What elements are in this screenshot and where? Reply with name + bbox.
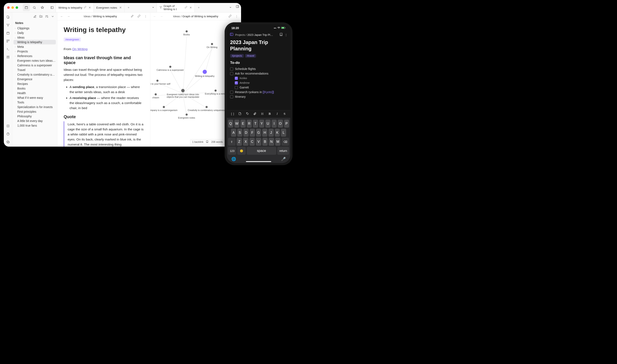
graph-node[interactable]: Everything is a remix <box>205 90 226 95</box>
todo-item[interactable]: Garrett <box>230 85 287 90</box>
file-row[interactable]: Tools <box>12 100 57 105</box>
nav-back-icon[interactable]: ← <box>59 15 64 18</box>
file-row[interactable]: Travel <box>12 68 57 72</box>
todo-item[interactable]: Ask for recommendations <box>230 71 287 76</box>
folder-row[interactable]: ⌄Ideas <box>12 35 57 40</box>
file-row[interactable]: 1,000 true fans <box>12 123 57 128</box>
key-u[interactable]: U <box>265 120 271 128</box>
canvas-icon[interactable] <box>5 38 11 44</box>
heading-button[interactable]: H <box>260 112 265 116</box>
nav-forward-icon[interactable]: → <box>66 15 71 18</box>
key-w[interactable]: W <box>234 120 240 128</box>
breadcrumb[interactable]: Ideas / Graph of Writing is telepathy <box>166 15 225 18</box>
key-m[interactable]: M <box>275 138 281 146</box>
key-l[interactable]: L <box>281 129 286 137</box>
backspace-key[interactable]: ⌫ <box>282 138 289 146</box>
return-key[interactable]: return <box>277 147 289 155</box>
file-row[interactable]: Creativity is combinatory u… <box>12 72 57 77</box>
key-j[interactable]: J <box>268 129 274 137</box>
key-i[interactable]: I <box>272 120 277 128</box>
key-f[interactable]: F <box>250 129 255 137</box>
close-window-button[interactable] <box>7 6 10 9</box>
graph-node[interactable]: Writing is telepathy <box>195 70 214 77</box>
folder-row[interactable]: ›Meta <box>12 44 57 49</box>
key-s[interactable]: S <box>237 129 243 137</box>
home-indicator[interactable] <box>246 161 271 162</box>
file-row[interactable]: A little bit every day <box>12 119 57 123</box>
checkbox[interactable] <box>235 81 238 84</box>
more-icon[interactable]: ⋮ <box>143 15 148 18</box>
graph-node[interactable]: Calmness is a superpower <box>157 66 184 71</box>
folder-row[interactable]: ›Clippings <box>12 26 57 31</box>
key-a[interactable]: A <box>231 129 236 137</box>
internal-link[interactable]: [[Kyoto]] <box>263 90 274 94</box>
key-h[interactable]: H <box>262 129 267 137</box>
vault-icon[interactable] <box>23 4 30 11</box>
key-d[interactable]: D <box>243 129 249 137</box>
folder-row[interactable]: ›References <box>12 54 57 58</box>
folder-row[interactable]: ›Daily <box>12 31 57 35</box>
new-tab-button[interactable]: ＋ <box>195 3 203 12</box>
new-tab-button[interactable]: ＋ <box>125 3 132 12</box>
right-sidebar-toggle-icon[interactable] <box>234 3 241 10</box>
key-o[interactable]: O <box>278 120 283 128</box>
left-sidebar-toggle-icon[interactable] <box>49 4 56 11</box>
tag[interactable]: #travel <box>245 54 256 58</box>
tab-dropdown-icon[interactable]: ⌄ <box>149 3 157 10</box>
backlinks-count[interactable]: 1 backlink <box>192 141 203 143</box>
left-sidebar-toggle-icon[interactable] <box>230 32 234 37</box>
bold-button[interactable]: B <box>267 112 273 116</box>
todo-item[interactable]: Research ryokans in [[Kyoto]] <box>230 90 287 94</box>
document-body[interactable]: Writing is telepathy #evergreen From On … <box>57 20 150 147</box>
quick-switcher-icon[interactable] <box>5 14 11 20</box>
tab-dropdown-icon[interactable]: ⌄ <box>227 3 234 10</box>
close-tab-icon[interactable]: ✕ <box>89 6 91 9</box>
settings-icon[interactable] <box>5 139 11 145</box>
more-icon[interactable]: ⋮ <box>285 33 288 37</box>
attachment-icon[interactable] <box>252 112 258 116</box>
key-p[interactable]: P <box>284 120 289 128</box>
graph-node[interactable]: On Writing <box>207 43 217 49</box>
graph-node[interactable]: mpany is a superorganism <box>150 106 177 111</box>
search-icon[interactable] <box>31 4 38 11</box>
graph-node[interactable]: Evergreen notes <box>178 114 195 119</box>
file-row[interactable]: Health <box>12 91 57 95</box>
todo-item[interactable]: Itinerary <box>230 94 287 99</box>
edit-mode-icon[interactable] <box>130 14 134 18</box>
word-count[interactable]: 206 words <box>211 141 223 143</box>
checkbox[interactable] <box>235 86 238 89</box>
key-k[interactable]: K <box>275 129 280 137</box>
file-row[interactable]: Books <box>12 86 57 91</box>
link-pane-icon[interactable] <box>137 14 141 18</box>
file-icon[interactable] <box>237 112 243 116</box>
graph-node[interactable]: chasm <box>152 93 159 99</box>
key-r[interactable]: R <box>247 120 252 128</box>
file-row[interactable]: Calmness is a superpower <box>12 63 57 68</box>
help-icon[interactable] <box>5 131 11 137</box>
key-n[interactable]: N <box>269 138 274 146</box>
graph-node[interactable]: Creativity is combinatory uniqueness <box>188 106 225 111</box>
collapse-icon[interactable] <box>50 14 55 19</box>
graph-node[interactable]: Books <box>183 30 190 36</box>
checkbox[interactable] <box>230 72 233 75</box>
italic-button[interactable]: I <box>274 112 280 116</box>
breadcrumb[interactable]: Ideas / Writing is telepathy <box>73 15 128 18</box>
key-v[interactable]: V <box>256 138 261 146</box>
space-key[interactable]: space <box>247 147 276 155</box>
calendar-icon[interactable] <box>5 30 11 36</box>
key-y[interactable]: Y <box>259 120 264 128</box>
checkbox[interactable] <box>230 91 233 94</box>
todo-item[interactable]: Keiko <box>230 76 287 80</box>
tag[interactable]: #evergreen <box>64 38 81 41</box>
file-row[interactable]: First principles <box>12 109 57 114</box>
numbers-key[interactable]: 123 <box>228 147 236 155</box>
key-g[interactable]: G <box>256 129 261 137</box>
graph-view-icon[interactable] <box>5 22 11 28</box>
tag-icon[interactable] <box>245 112 250 116</box>
key-e[interactable]: E <box>240 120 246 128</box>
vault-switcher-icon[interactable] <box>5 123 11 129</box>
minimize-window-button[interactable] <box>11 6 14 9</box>
sort-icon[interactable] <box>44 14 49 19</box>
close-tab-icon[interactable]: ✕ <box>119 6 122 9</box>
checkbox[interactable] <box>230 95 233 98</box>
